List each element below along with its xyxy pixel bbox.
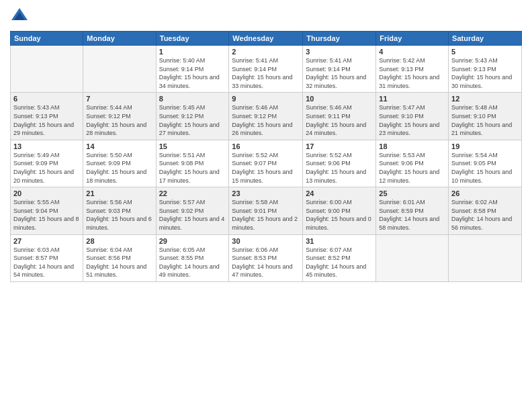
calendar-day-cell xyxy=(11,46,83,93)
calendar-week-row: 1Sunrise: 5:40 AM Sunset: 9:14 PM Daylig… xyxy=(11,46,522,93)
day-info: Sunrise: 5:54 AM Sunset: 9:05 PM Dayligh… xyxy=(451,151,519,185)
calendar-day-cell: 4Sunrise: 5:42 AM Sunset: 9:13 PM Daylig… xyxy=(376,46,449,93)
calendar-day-cell: 12Sunrise: 5:48 AM Sunset: 9:10 PM Dayli… xyxy=(449,93,522,140)
day-info: Sunrise: 5:52 AM Sunset: 9:06 PM Dayligh… xyxy=(306,151,373,185)
weekday-header-friday: Friday xyxy=(376,32,449,46)
day-info: Sunrise: 5:53 AM Sunset: 9:06 PM Dayligh… xyxy=(379,151,445,185)
calendar-day-cell: 15Sunrise: 5:51 AM Sunset: 9:08 PM Dayli… xyxy=(156,140,229,187)
calendar-day-cell: 1Sunrise: 5:40 AM Sunset: 9:14 PM Daylig… xyxy=(156,46,229,93)
day-info: Sunrise: 5:44 AM Sunset: 9:12 PM Dayligh… xyxy=(86,103,152,137)
day-info: Sunrise: 5:43 AM Sunset: 9:13 PM Dayligh… xyxy=(451,56,519,90)
day-info: Sunrise: 5:42 AM Sunset: 9:13 PM Dayligh… xyxy=(379,56,445,90)
calendar-day-cell: 11Sunrise: 5:47 AM Sunset: 9:10 PM Dayli… xyxy=(376,93,449,140)
calendar-day-cell xyxy=(376,234,449,281)
day-number: 22 xyxy=(159,189,226,197)
day-number: 2 xyxy=(232,48,300,56)
day-number: 6 xyxy=(13,95,80,103)
calendar-day-cell: 28Sunrise: 6:04 AM Sunset: 8:56 PM Dayli… xyxy=(83,234,156,281)
day-info: Sunrise: 5:50 AM Sunset: 9:09 PM Dayligh… xyxy=(86,151,152,185)
day-number: 19 xyxy=(451,142,519,150)
day-number: 9 xyxy=(232,95,300,103)
weekday-header-row: SundayMondayTuesdayWednesdayThursdayFrid… xyxy=(11,32,522,46)
day-number: 5 xyxy=(451,48,519,56)
day-info: Sunrise: 5:57 AM Sunset: 9:02 PM Dayligh… xyxy=(159,198,226,232)
day-info: Sunrise: 5:41 AM Sunset: 9:14 PM Dayligh… xyxy=(232,56,300,90)
day-number: 24 xyxy=(306,189,373,197)
weekday-header-saturday: Saturday xyxy=(449,32,522,46)
day-info: Sunrise: 6:05 AM Sunset: 8:55 PM Dayligh… xyxy=(159,246,226,279)
weekday-header-wednesday: Wednesday xyxy=(229,32,303,46)
day-info: Sunrise: 5:51 AM Sunset: 9:08 PM Dayligh… xyxy=(159,151,226,185)
day-info: Sunrise: 5:41 AM Sunset: 9:14 PM Dayligh… xyxy=(306,56,373,90)
day-info: Sunrise: 6:07 AM Sunset: 8:52 PM Dayligh… xyxy=(306,246,373,279)
day-number: 16 xyxy=(232,142,300,150)
weekday-header-sunday: Sunday xyxy=(11,32,83,46)
day-number: 7 xyxy=(86,95,152,103)
calendar-day-cell: 23Sunrise: 5:58 AM Sunset: 9:01 PM Dayli… xyxy=(229,187,303,234)
day-info: Sunrise: 5:43 AM Sunset: 9:13 PM Dayligh… xyxy=(13,103,80,137)
day-info: Sunrise: 5:45 AM Sunset: 9:12 PM Dayligh… xyxy=(159,103,226,137)
calendar-day-cell: 10Sunrise: 5:46 AM Sunset: 9:11 PM Dayli… xyxy=(303,93,376,140)
calendar-day-cell: 5Sunrise: 5:43 AM Sunset: 9:13 PM Daylig… xyxy=(449,46,522,93)
calendar-day-cell: 17Sunrise: 5:52 AM Sunset: 9:06 PM Dayli… xyxy=(303,140,376,187)
day-number: 11 xyxy=(379,95,445,103)
calendar-day-cell: 22Sunrise: 5:57 AM Sunset: 9:02 PM Dayli… xyxy=(156,187,229,234)
calendar-day-cell: 19Sunrise: 5:54 AM Sunset: 9:05 PM Dayli… xyxy=(449,140,522,187)
calendar-day-cell: 8Sunrise: 5:45 AM Sunset: 9:12 PM Daylig… xyxy=(156,93,229,140)
day-info: Sunrise: 5:46 AM Sunset: 9:11 PM Dayligh… xyxy=(306,103,373,137)
calendar-day-cell: 21Sunrise: 5:56 AM Sunset: 9:03 PM Dayli… xyxy=(83,187,156,234)
day-info: Sunrise: 6:06 AM Sunset: 8:53 PM Dayligh… xyxy=(232,246,300,279)
day-info: Sunrise: 5:46 AM Sunset: 9:12 PM Dayligh… xyxy=(232,103,300,137)
day-info: Sunrise: 6:03 AM Sunset: 8:57 PM Dayligh… xyxy=(13,246,80,279)
day-number: 4 xyxy=(379,48,445,56)
day-number: 29 xyxy=(159,237,226,245)
day-info: Sunrise: 5:52 AM Sunset: 9:07 PM Dayligh… xyxy=(232,151,300,185)
header xyxy=(10,7,522,26)
calendar-day-cell xyxy=(83,46,156,93)
calendar-day-cell: 9Sunrise: 5:46 AM Sunset: 9:12 PM Daylig… xyxy=(229,93,303,140)
day-info: Sunrise: 5:58 AM Sunset: 9:01 PM Dayligh… xyxy=(232,198,300,232)
day-number: 20 xyxy=(13,189,80,197)
weekday-header-thursday: Thursday xyxy=(303,32,376,46)
day-number: 17 xyxy=(306,142,373,150)
day-info: Sunrise: 5:49 AM Sunset: 9:09 PM Dayligh… xyxy=(13,151,80,185)
day-number: 14 xyxy=(86,142,152,150)
day-number: 21 xyxy=(86,189,152,197)
calendar-day-cell: 24Sunrise: 6:00 AM Sunset: 9:00 PM Dayli… xyxy=(303,187,376,234)
day-number: 28 xyxy=(86,237,152,245)
logo-icon xyxy=(10,7,29,26)
calendar-day-cell: 6Sunrise: 5:43 AM Sunset: 9:13 PM Daylig… xyxy=(11,93,83,140)
day-info: Sunrise: 6:00 AM Sunset: 9:00 PM Dayligh… xyxy=(306,198,373,232)
calendar-day-cell: 18Sunrise: 5:53 AM Sunset: 9:06 PM Dayli… xyxy=(376,140,449,187)
calendar-week-row: 6Sunrise: 5:43 AM Sunset: 9:13 PM Daylig… xyxy=(11,93,522,140)
day-number: 15 xyxy=(159,142,226,150)
page: SundayMondayTuesdayWednesdayThursdayFrid… xyxy=(0,0,532,411)
day-number: 10 xyxy=(306,95,373,103)
day-number: 25 xyxy=(379,189,445,197)
calendar-day-cell: 14Sunrise: 5:50 AM Sunset: 9:09 PM Dayli… xyxy=(83,140,156,187)
calendar-day-cell: 25Sunrise: 6:01 AM Sunset: 8:59 PM Dayli… xyxy=(376,187,449,234)
weekday-header-tuesday: Tuesday xyxy=(156,32,229,46)
day-info: Sunrise: 5:55 AM Sunset: 9:04 PM Dayligh… xyxy=(13,198,80,232)
calendar-week-row: 20Sunrise: 5:55 AM Sunset: 9:04 PM Dayli… xyxy=(11,187,522,234)
day-number: 31 xyxy=(306,237,373,245)
day-info: Sunrise: 6:01 AM Sunset: 8:59 PM Dayligh… xyxy=(379,198,445,232)
day-number: 18 xyxy=(379,142,445,150)
calendar-day-cell: 20Sunrise: 5:55 AM Sunset: 9:04 PM Dayli… xyxy=(11,187,83,234)
calendar-day-cell: 16Sunrise: 5:52 AM Sunset: 9:07 PM Dayli… xyxy=(229,140,303,187)
calendar-day-cell: 30Sunrise: 6:06 AM Sunset: 8:53 PM Dayli… xyxy=(229,234,303,281)
day-number: 23 xyxy=(232,189,300,197)
day-number: 8 xyxy=(159,95,226,103)
day-number: 26 xyxy=(451,189,519,197)
day-info: Sunrise: 5:48 AM Sunset: 9:10 PM Dayligh… xyxy=(451,103,519,137)
calendar-day-cell: 29Sunrise: 6:05 AM Sunset: 8:55 PM Dayli… xyxy=(156,234,229,281)
day-number: 12 xyxy=(451,95,519,103)
calendar-week-row: 13Sunrise: 5:49 AM Sunset: 9:09 PM Dayli… xyxy=(11,140,522,187)
calendar-week-row: 27Sunrise: 6:03 AM Sunset: 8:57 PM Dayli… xyxy=(11,234,522,281)
day-info: Sunrise: 6:02 AM Sunset: 8:58 PM Dayligh… xyxy=(451,198,519,232)
calendar-day-cell: 3Sunrise: 5:41 AM Sunset: 9:14 PM Daylig… xyxy=(303,46,376,93)
calendar-day-cell xyxy=(449,234,522,281)
day-info: Sunrise: 5:56 AM Sunset: 9:03 PM Dayligh… xyxy=(86,198,152,232)
weekday-header-monday: Monday xyxy=(83,32,156,46)
calendar-table: SundayMondayTuesdayWednesdayThursdayFrid… xyxy=(10,31,522,282)
